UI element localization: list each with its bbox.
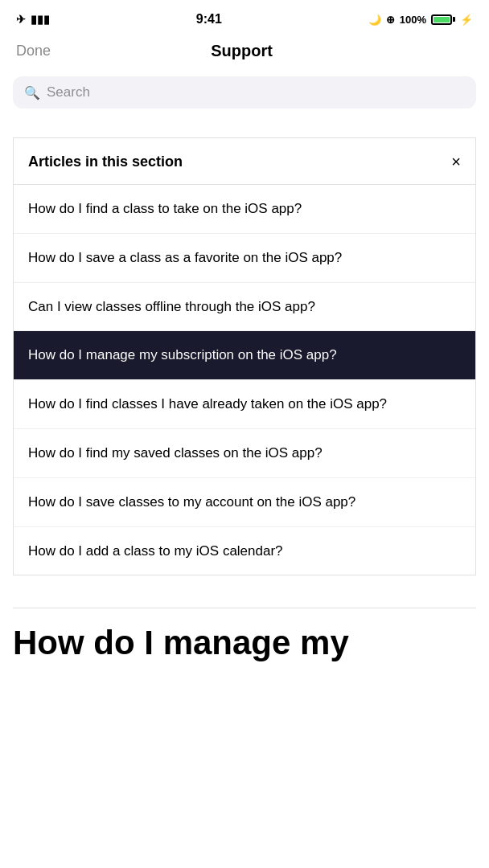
battery-percent: 100%	[400, 14, 426, 26]
close-button[interactable]: ×	[451, 153, 461, 171]
moon-icon: 🌙	[368, 14, 381, 26]
article-text: Can I view classes offline through the i…	[28, 299, 315, 314]
list-item[interactable]: How do I find a class to take on the iOS…	[14, 185, 475, 234]
articles-section-title: Articles in this section	[28, 154, 183, 170]
list-item-active[interactable]: How do I manage my subscription on the i…	[14, 331, 475, 380]
airplane-icon: ✈	[16, 13, 26, 26]
list-item[interactable]: How do I save classes to my account on t…	[14, 478, 475, 527]
list-item[interactable]: Can I view classes offline through the i…	[14, 283, 475, 332]
search-container: 🔍 Search	[0, 70, 489, 121]
article-text-active: How do I manage my subscription on the i…	[28, 347, 337, 362]
charging-icon: ⚡	[460, 14, 473, 26]
bottom-section: How do I manage my	[0, 592, 489, 678]
list-item[interactable]: How do I save a class as a favorite on t…	[14, 234, 475, 283]
article-text: How do I save classes to my account on t…	[28, 494, 355, 510]
battery-icon	[431, 14, 455, 25]
list-item[interactable]: How do I find classes I have already tak…	[14, 380, 475, 429]
status-bar: ✈ ▮▮▮ 9:41 🌙 ⊕ 100% ⚡	[0, 0, 489, 35]
article-text: How do I find classes I have already tak…	[28, 396, 387, 411]
nav-bar: Done Support	[0, 35, 489, 70]
article-text: How do I add a class to my iOS calendar?	[28, 543, 283, 559]
nav-title: Support	[211, 42, 273, 60]
page-title: How do I manage my	[13, 624, 476, 661]
search-icon: 🔍	[24, 85, 40, 100]
search-placeholder: Search	[47, 84, 90, 100]
article-text: How do I find a class to take on the iOS…	[28, 201, 302, 216]
bottom-divider	[13, 608, 476, 608]
article-text: How do I save a class as a favorite on t…	[28, 250, 342, 265]
article-text: How do I find my saved classes on the iO…	[28, 445, 323, 461]
done-button[interactable]: Done	[16, 43, 51, 59]
search-bar[interactable]: 🔍 Search	[13, 76, 476, 108]
status-time: 9:41	[196, 12, 222, 27]
status-right: 🌙 ⊕ 100% ⚡	[368, 14, 473, 26]
articles-section: Articles in this section × How do I find…	[13, 137, 476, 575]
articles-header: Articles in this section ×	[14, 138, 475, 185]
location-icon: ⊕	[386, 14, 395, 26]
list-item[interactable]: How do I find my saved classes on the iO…	[14, 429, 475, 478]
status-left: ✈ ▮▮▮	[16, 13, 50, 26]
list-item[interactable]: How do I add a class to my iOS calendar?	[14, 527, 475, 575]
signal-icon: ▮▮▮	[31, 13, 50, 26]
